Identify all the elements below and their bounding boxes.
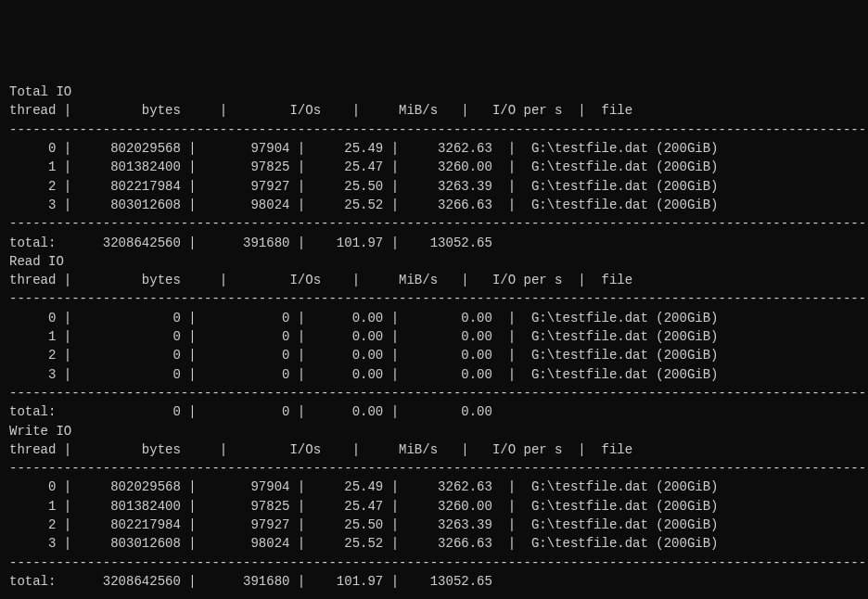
terminal-line: 0 | 802029568 | 97904 | 25.49 | 3262.63 … (9, 478, 859, 496)
terminal-line: 0 | 0 | 0 | 0.00 | 0.00 | G:\testfile.da… (9, 309, 859, 327)
terminal-line: total: 3208642560 | 391680 | 101.97 | 13… (9, 572, 859, 591)
terminal-line: 2 | 0 | 0 | 0.00 | 0.00 | G:\testfile.da… (9, 346, 859, 364)
terminal-line: 3 | 803012608 | 98024 | 25.52 | 3266.63 … (9, 534, 859, 553)
terminal-line: 1 | 0 | 0 | 0.00 | 0.00 | G:\testfile.da… (9, 327, 859, 346)
terminal-line: 1 | 801382400 | 97825 | 25.47 | 3260.00 … (9, 158, 859, 176)
terminal-line: ----------------------------------------… (9, 384, 859, 402)
terminal-line: ----------------------------------------… (9, 121, 859, 139)
terminal-line: total: 3208642560 | 391680 | 101.97 | 13… (9, 234, 859, 252)
terminal-line: total: 0 | 0 | 0.00 | 0.00 (9, 402, 859, 421)
terminal-line: 3 | 803012608 | 98024 | 25.52 | 3266.63 … (9, 196, 859, 214)
terminal-line: 2 | 802217984 | 97927 | 25.50 | 3263.39 … (9, 177, 859, 196)
terminal-line: ----------------------------------------… (9, 214, 859, 233)
terminal-output: Total IOthread | bytes | I/Os | MiB/s | … (9, 83, 859, 591)
terminal-line: thread | bytes | I/Os | MiB/s | I/O per … (9, 271, 859, 289)
terminal-line: Total IO (9, 83, 859, 101)
terminal-line: thread | bytes | I/Os | MiB/s | I/O per … (9, 440, 859, 459)
terminal-line: ----------------------------------------… (9, 459, 859, 478)
terminal-line: Write IO (9, 422, 859, 440)
terminal-line: Read IO (9, 252, 859, 271)
terminal-line: thread | bytes | I/Os | MiB/s | I/O per … (9, 101, 859, 120)
terminal-line: ----------------------------------------… (9, 554, 859, 572)
terminal-line: 2 | 802217984 | 97927 | 25.50 | 3263.39 … (9, 516, 859, 534)
terminal-line: 0 | 802029568 | 97904 | 25.49 | 3262.63 … (9, 139, 859, 158)
terminal-line: 3 | 0 | 0 | 0.00 | 0.00 | G:\testfile.da… (9, 365, 859, 384)
terminal-line: ----------------------------------------… (9, 289, 859, 308)
terminal-line: 1 | 801382400 | 97825 | 25.47 | 3260.00 … (9, 497, 859, 516)
